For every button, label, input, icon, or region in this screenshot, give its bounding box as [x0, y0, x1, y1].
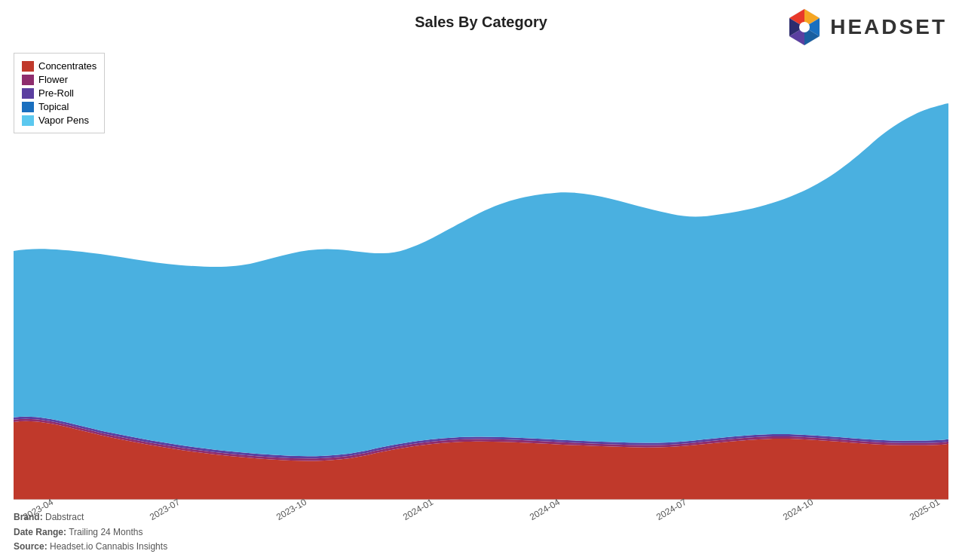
x-label-2025-01: 2025-01: [908, 497, 942, 522]
chart-svg: [14, 49, 948, 500]
footer-info: Brand: Dabstract Date Range: Trailing 24…: [14, 510, 167, 554]
x-label-2023-10: 2023-10: [274, 497, 308, 522]
footer-daterange-value: Trailing 24 Months: [69, 527, 142, 537]
footer-daterange-label: Date Range:: [14, 527, 66, 537]
page-container: HEADSET Sales By Category Concentrates F…: [0, 0, 962, 560]
x-label-2024-10: 2024-10: [781, 497, 815, 522]
area-vaporpens-topical: [14, 103, 948, 456]
chart-title: Sales By Category: [0, 14, 962, 31]
x-label-2024-04: 2024-04: [528, 497, 562, 522]
footer-brand-label: Brand:: [14, 512, 43, 522]
footer-source: Source: Headset.io Cannabis Insights: [14, 540, 167, 554]
x-label-2024-01: 2024-01: [401, 497, 435, 522]
footer-source-value: Headset.io Cannabis Insights: [50, 541, 167, 552]
footer-daterange: Date Range: Trailing 24 Months: [14, 525, 167, 540]
footer-source-label: Source:: [14, 541, 47, 552]
footer-brand: Brand: Dabstract: [14, 510, 167, 525]
chart-area: [14, 49, 948, 500]
footer-brand-value: Dabstract: [45, 512, 84, 522]
x-label-2024-07: 2024-07: [654, 497, 688, 522]
